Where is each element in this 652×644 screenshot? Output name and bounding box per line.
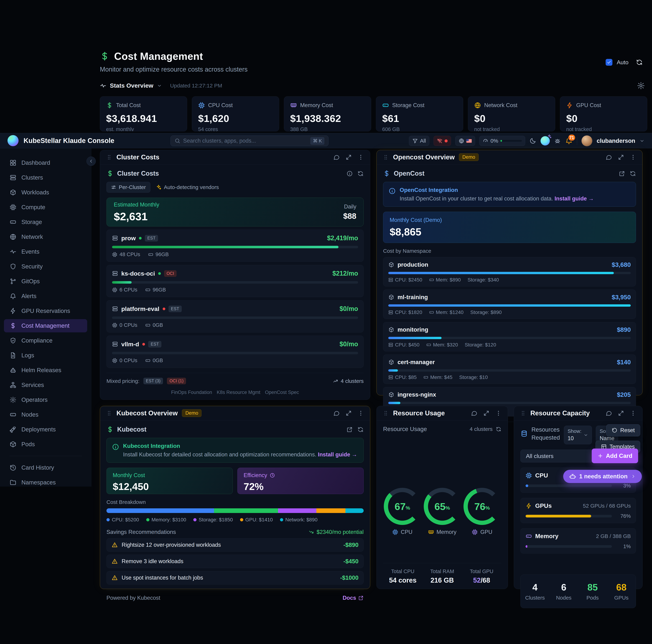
usage-meter-button[interactable]: 0% xyxy=(479,136,525,146)
comment-icon[interactable] xyxy=(606,154,612,160)
sidebar-item[interactable]: Alerts xyxy=(4,289,87,303)
refresh-icon[interactable] xyxy=(630,171,636,177)
kubestellar-logo[interactable] xyxy=(7,135,19,146)
refresh-icon[interactable] xyxy=(357,427,364,433)
sidebar-item[interactable]: Card History xyxy=(4,461,87,474)
sidebar-item[interactable]: Clusters xyxy=(4,171,87,184)
chevron-down-icon[interactable] xyxy=(157,83,162,88)
kebab-menu-icon[interactable] xyxy=(630,410,636,416)
sidebar-item[interactable]: Compute xyxy=(4,201,87,214)
drag-handle-icon[interactable] xyxy=(383,154,389,160)
comment-icon[interactable] xyxy=(333,410,340,416)
debug-bug-icon[interactable] xyxy=(554,137,561,144)
locale-button[interactable] xyxy=(455,136,475,146)
search-input[interactable] xyxy=(183,138,307,144)
show-count-select[interactable]: Show: 10 xyxy=(564,426,592,444)
refresh-icon[interactable] xyxy=(636,59,643,66)
drag-handle-icon[interactable] xyxy=(106,410,112,416)
sidebar-item[interactable]: Nodes xyxy=(4,408,87,421)
sidebar-item[interactable]: Dashboard xyxy=(4,156,87,170)
drag-handle-icon[interactable] xyxy=(383,410,389,416)
refresh-icon[interactable] xyxy=(357,171,364,177)
external-link-icon[interactable] xyxy=(619,171,625,177)
sidebar-item[interactable]: Compliance xyxy=(4,334,87,347)
user-name[interactable]: clubanderson xyxy=(597,137,635,144)
status-dot xyxy=(139,237,142,239)
docs-link[interactable]: Docs xyxy=(343,595,364,601)
cluster-row[interactable]: prow EST $2,419/mo 48 CPUs 96GB xyxy=(106,230,364,262)
sidebar-item[interactable]: Pods xyxy=(4,438,87,451)
namespace-row[interactable]: monitoring $890 CPU: $450 Mem: $320 Stor… xyxy=(383,322,636,352)
sidebar-collapse-button[interactable] xyxy=(86,157,96,166)
external-link-icon[interactable] xyxy=(347,427,353,433)
savings-row[interactable]: Rightsize 12 over-provisioned workloads … xyxy=(106,538,364,552)
cluster-row[interactable]: vllm-d EST $0/mo 0 CPUs 0GB xyxy=(106,336,364,368)
expand-icon[interactable] xyxy=(618,410,624,416)
sidebar-item[interactable]: Namespaces xyxy=(4,476,87,489)
sidebar-item[interactable]: Operators xyxy=(4,393,87,407)
filter-all-button[interactable]: All xyxy=(409,136,429,146)
info-icon[interactable] xyxy=(347,171,353,177)
comment-icon[interactable] xyxy=(471,410,478,416)
standards-link[interactable]: OpenCost Spec xyxy=(265,390,299,395)
namespace-cost-bar xyxy=(388,337,631,339)
sidebar-item[interactable]: Events xyxy=(4,245,87,258)
comment-icon[interactable] xyxy=(606,410,612,416)
install-guide-link[interactable]: Install guide → xyxy=(554,196,594,202)
memory-capacity-row[interactable]: Memory 2 GB / 388 GB 1% xyxy=(520,528,636,553)
dark-mode-toggle-icon[interactable] xyxy=(529,137,536,144)
namespace-row[interactable]: production $3,680 CPU: $2450 Mem: $890 S… xyxy=(383,257,636,286)
kebab-menu-icon[interactable] xyxy=(630,154,636,160)
global-search[interactable]: ⌘ K xyxy=(170,135,328,146)
connectivity-button[interactable] xyxy=(434,136,451,146)
comment-icon[interactable] xyxy=(333,154,340,160)
sidebar-item[interactable]: Cost Management xyxy=(4,319,87,332)
sidebar-item[interactable]: Services xyxy=(4,379,87,392)
gpu-capacity-row[interactable]: GPUs 52 GPUs / 68 GPUs 76% xyxy=(520,498,636,523)
clusters-count-link[interactable]: 4 clusters xyxy=(333,378,364,384)
drag-handle-icon[interactable] xyxy=(106,154,112,160)
card-title: Kubecost xyxy=(117,426,146,433)
expand-icon[interactable] xyxy=(483,410,490,416)
kebab-menu-icon[interactable] xyxy=(358,154,364,160)
sidebar-item[interactable]: Storage xyxy=(4,215,87,229)
auto-refresh-checkbox[interactable] xyxy=(606,59,613,66)
sidebar-item[interactable]: GPU Reservations xyxy=(4,304,87,317)
savings-row[interactable]: Use spot instances for batch jobs -$1000 xyxy=(106,571,364,585)
expand-icon[interactable] xyxy=(618,154,624,160)
namespace-row[interactable]: cert-manager $140 CPU: $85 Mem: $45 Stor… xyxy=(383,355,636,384)
add-card-button[interactable]: Add Card xyxy=(592,448,638,463)
sidebar-item[interactable]: Helm Releases xyxy=(4,364,87,377)
kebab-menu-icon[interactable] xyxy=(495,410,502,416)
namespace-storage-cost: Storage: $340 xyxy=(468,277,499,283)
savings-row[interactable]: Remove 3 idle workloads -$450 xyxy=(106,555,364,568)
sidebar-item[interactable]: Security xyxy=(4,260,87,273)
needs-attention-pill[interactable]: 1 needs attention xyxy=(563,470,642,483)
per-cluster-tab[interactable]: Per-Cluster xyxy=(106,182,150,192)
reset-button[interactable]: Reset xyxy=(606,424,640,436)
namespace-row[interactable]: ml-training $3,950 CPU: $1820 Mem: $1240… xyxy=(383,289,636,319)
refresh-icon[interactable] xyxy=(496,427,501,432)
settings-gear-icon[interactable] xyxy=(637,82,645,89)
standards-link[interactable]: FinOps Foundation xyxy=(171,390,212,395)
sidebar-item[interactable]: Workloads xyxy=(4,186,87,199)
memory-drive-icon xyxy=(525,533,532,539)
stats-overview-toggle[interactable]: Stats Overview Updated 12:27:12 PM xyxy=(100,82,222,89)
sidebar-item[interactable]: Deployments xyxy=(4,423,87,436)
expand-icon[interactable] xyxy=(346,154,352,160)
standards-link[interactable]: K8s Resource Mgmt xyxy=(217,390,261,395)
user-menu-chevron-icon[interactable] xyxy=(640,138,645,143)
kubestellar-sphere-icon[interactable] xyxy=(541,136,550,146)
sidebar-item[interactable]: GitOps xyxy=(4,275,87,288)
cluster-row[interactable]: platform-eval EST $0/mo 0 CPUs 0GB xyxy=(106,300,364,333)
cpu-capacity-row[interactable]: CPU 1.7 cores / 54 cores 3% 1 needs atte… xyxy=(520,467,636,493)
user-avatar[interactable] xyxy=(581,135,592,146)
kebab-menu-icon[interactable] xyxy=(358,410,364,416)
install-guide-link[interactable]: Install guide → xyxy=(318,452,357,458)
sidebar-item[interactable]: Logs xyxy=(4,349,87,362)
sidebar-item[interactable]: Network xyxy=(4,230,87,243)
drag-handle-icon[interactable] xyxy=(520,410,526,416)
notifications-button[interactable]: 71 xyxy=(565,137,573,145)
expand-icon[interactable] xyxy=(346,410,352,416)
cluster-row[interactable]: ks-docs-oci OCI $212/mo 6 CPUs 96GB xyxy=(106,265,364,297)
